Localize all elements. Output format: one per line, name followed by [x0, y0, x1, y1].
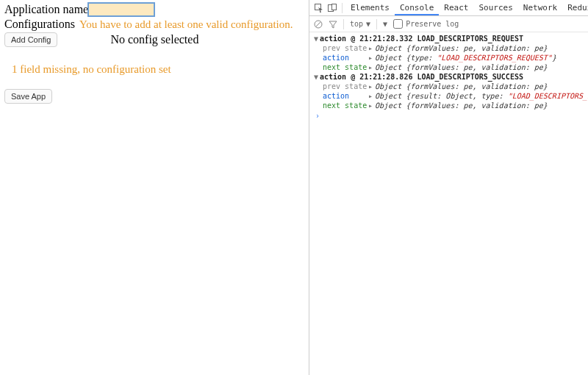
expand-triangle-icon[interactable]: ▸	[368, 63, 373, 71]
log-level-dropdown[interactable]: ▼	[383, 20, 387, 28]
preserve-log-toggle[interactable]: Preserve log	[393, 19, 459, 29]
tab-console[interactable]: Console	[395, 0, 439, 15]
log-row[interactable]: next state▸Object {formValues: pe, valid…	[309, 101, 588, 110]
console-toolbar: top ▼ ▼ Preserve log	[309, 16, 588, 32]
app-name-input[interactable]	[88, 3, 154, 16]
save-app-button[interactable]: Save App	[4, 89, 52, 104]
log-row-label: next state	[323, 63, 368, 71]
console-prompt[interactable]: ›	[309, 110, 588, 121]
console-log[interactable]: ▼action @ 21:21:28.332 LOAD_DESCRIPTORS_…	[309, 32, 588, 375]
log-object: Object {result: Object, type: "LOAD_DESC…	[375, 92, 588, 100]
log-object: Object {type: "LOAD_DESCRIPTORS_REQUEST"…	[375, 54, 556, 62]
configurations-label: Configurations	[4, 18, 75, 31]
log-header-text: action @ 21:21:28.332 LOAD_DESCRIPTORS_R…	[320, 35, 523, 43]
log-object: Object {formValues: pe, validation: pe}	[375, 63, 548, 71]
log-row[interactable]: prev state▸Object {formValues: pe, valid…	[309, 82, 588, 91]
svg-line-4	[316, 21, 321, 26]
expand-triangle-icon[interactable]: ▸	[368, 101, 373, 110]
configurations-warning: You have to add at least one valid confi…	[79, 18, 293, 31]
add-config-button[interactable]: Add Config	[4, 32, 57, 47]
tab-separator	[342, 3, 343, 13]
tab-sources[interactable]: Sources	[473, 0, 517, 15]
app-form: Application name Configurations You have…	[0, 0, 309, 375]
log-object: Object {formValues: pe, validation: pe}	[375, 101, 548, 110]
expand-triangle-icon[interactable]: ▸	[368, 92, 373, 100]
log-row[interactable]: action▸Object {type: "LOAD_DESCRIPTORS_R…	[309, 53, 588, 63]
expand-triangle-icon[interactable]: ▸	[368, 54, 373, 62]
filter-icon[interactable]	[329, 20, 337, 29]
tab-react[interactable]: React	[439, 0, 473, 15]
disclosure-triangle-icon[interactable]: ▼	[312, 73, 320, 81]
log-row-label: prev state	[323, 82, 368, 90]
preserve-log-label: Preserve log	[406, 20, 459, 28]
disclosure-triangle-icon[interactable]: ▼	[312, 35, 320, 43]
log-row[interactable]: prev state▸Object {formValues: pe, valid…	[309, 43, 588, 53]
toolbar-separator	[376, 19, 377, 29]
execution-context-label: top	[350, 20, 363, 28]
form-missing-message: 1 field missing, no configuration set	[12, 63, 304, 76]
expand-triangle-icon[interactable]: ▸	[368, 82, 373, 90]
clear-console-icon[interactable]	[314, 20, 323, 29]
svg-rect-2	[332, 4, 337, 10]
chevron-down-icon: ▼	[383, 20, 387, 28]
log-action-header[interactable]: ▼action @ 21:21:28.332 LOAD_DESCRIPTORS_…	[309, 34, 588, 43]
no-config-text: No config selected	[110, 33, 198, 46]
execution-context-dropdown[interactable]: top ▼	[350, 20, 370, 28]
expand-triangle-icon[interactable]: ▸	[368, 44, 373, 52]
toolbar-separator	[343, 19, 344, 29]
log-row-label: next state	[323, 101, 368, 110]
devtools-panel: ElementsConsoleReactSourcesNetworkReduxT…	[309, 0, 588, 375]
log-row-label: action	[323, 92, 368, 100]
device-icon[interactable]	[326, 4, 339, 12]
log-object: Object {formValues: pe, validation: pe}	[375, 82, 548, 90]
log-object: Object {formValues: pe, validation: pe}	[375, 44, 548, 52]
log-header-text: action @ 21:21:28.826 LOAD_DESCRIPTORS_S…	[320, 73, 523, 81]
tab-redux[interactable]: Redux	[562, 0, 588, 15]
log-row-label: action	[323, 54, 368, 62]
tab-network[interactable]: Network	[518, 0, 562, 15]
log-row[interactable]: next state▸Object {formValues: pe, valid…	[309, 63, 588, 72]
devtools-tabstrip: ElementsConsoleReactSourcesNetworkReduxT…	[309, 0, 588, 16]
inspect-icon[interactable]	[312, 4, 326, 12]
log-row-label: prev state	[323, 44, 368, 52]
tab-elements[interactable]: Elements	[345, 0, 395, 15]
log-action-header[interactable]: ▼action @ 21:21:28.826 LOAD_DESCRIPTORS_…	[309, 72, 588, 82]
log-row[interactable]: action▸Object {result: Object, type: "LO…	[309, 91, 588, 101]
chevron-down-icon: ▼	[366, 20, 370, 28]
app-name-label: Application name	[4, 3, 88, 16]
preserve-log-checkbox[interactable]	[393, 19, 403, 29]
